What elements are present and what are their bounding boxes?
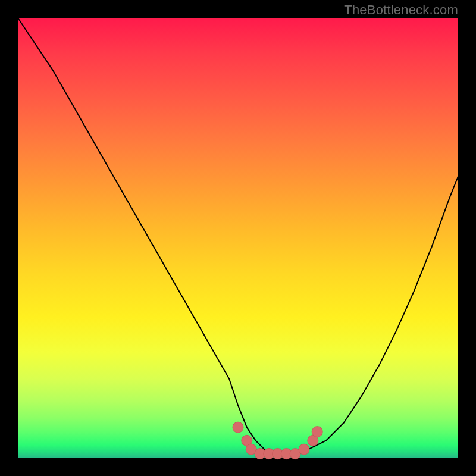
curve-svg (18, 18, 458, 458)
marker-dot (312, 427, 322, 437)
plot-area (18, 18, 458, 458)
chart-frame: TheBottleneck.com (0, 0, 476, 476)
marker-dot (233, 422, 243, 433)
marker-dots (233, 422, 322, 459)
watermark-text: TheBottleneck.com (344, 2, 458, 18)
marker-dot (299, 444, 309, 455)
bottleneck-curve (18, 18, 458, 454)
